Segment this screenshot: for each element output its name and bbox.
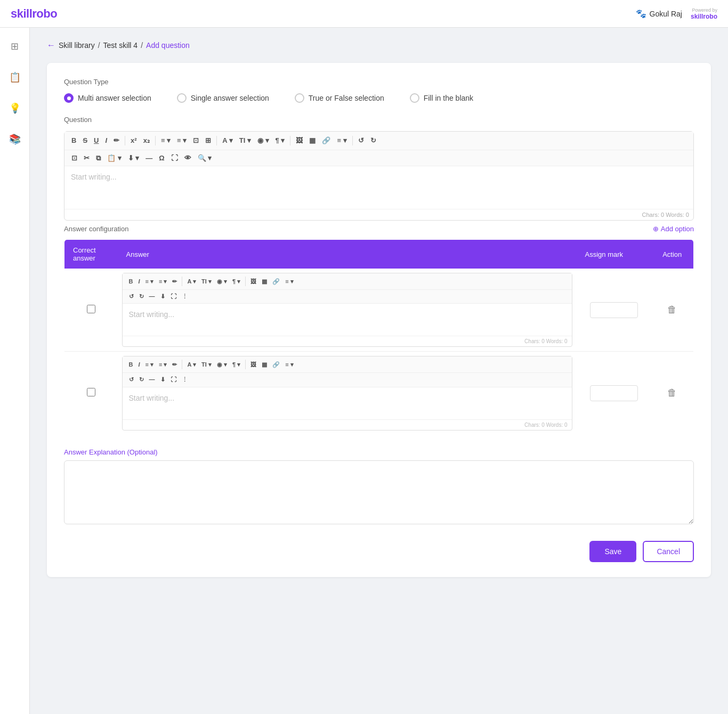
mark-input-1[interactable] [590, 302, 638, 318]
align-1[interactable]: ≡ ▾ [283, 277, 295, 286]
sidebar-item-insights[interactable]: 💡 [5, 98, 25, 118]
add-option-icon: ⊕ [653, 225, 659, 233]
option-true-false[interactable]: True or False selection [295, 93, 384, 103]
more-1[interactable]: ⋮ [180, 292, 190, 301]
delete-button-2[interactable]: 🗑 [665, 385, 679, 401]
bold-button[interactable]: B [69, 135, 79, 147]
expand-button[interactable]: ⛶ [168, 152, 181, 164]
format-2[interactable]: ⬇ [158, 375, 167, 384]
fullscreen-button[interactable]: ⊡ [69, 152, 80, 164]
unordered-2[interactable]: ≡ ▾ [143, 360, 156, 369]
answer-body-1[interactable]: Start writing... [123, 304, 572, 336]
unordered-1[interactable]: ≡ ▾ [143, 277, 156, 286]
breadcrumb-test-skill[interactable]: Test skill 4 [103, 41, 138, 50]
font-1[interactable]: A ▾ [185, 277, 198, 286]
search-button[interactable]: 🔍 ▾ [195, 152, 215, 164]
sidebar-item-library[interactable]: 📋 [5, 67, 25, 87]
copy-button[interactable]: ⧉ [93, 152, 103, 164]
cancel-button[interactable]: Cancel [643, 541, 694, 562]
indent-button[interactable]: ⊞ [203, 135, 214, 147]
correct-answer-checkbox-1[interactable] [87, 305, 95, 313]
delete-button-1[interactable]: 🗑 [665, 302, 679, 318]
underline-button[interactable]: U [91, 135, 101, 147]
breadcrumb-skill-library[interactable]: Skill library [59, 41, 95, 50]
undo-1[interactable]: ↺ [127, 292, 136, 301]
paste-button[interactable]: 📋 ▾ [104, 152, 124, 164]
table-1[interactable]: ▦ [260, 277, 269, 286]
question-editor-body[interactable]: Start writing... [64, 166, 693, 209]
undo-button[interactable]: ↺ [355, 135, 367, 147]
italic-button[interactable]: I [102, 135, 110, 147]
italic-2[interactable]: I [136, 360, 142, 369]
font-2[interactable]: A ▾ [185, 360, 198, 369]
save-button[interactable]: Save [589, 541, 636, 562]
highlight-2[interactable]: ✏ [170, 360, 179, 369]
option-single-answer[interactable]: Single answer selection [177, 93, 269, 103]
font-size-button[interactable]: TI ▾ [237, 135, 254, 147]
format-button[interactable]: ⬇ ▾ [125, 152, 142, 164]
para-2[interactable]: ¶ ▾ [230, 360, 242, 369]
answer-config-header: Answer configuration ⊕ Add option [64, 225, 694, 233]
background-color-button[interactable]: ◉ ▾ [255, 135, 272, 147]
ordered-list-button[interactable]: ≡ ▾ [174, 135, 189, 147]
strikethrough-button[interactable]: S [80, 135, 90, 147]
answer-body-2[interactable]: Start writing... [123, 387, 572, 419]
undo-2[interactable]: ↺ [127, 375, 136, 384]
redo-button[interactable]: ↻ [368, 135, 379, 147]
radio-true-false[interactable] [295, 93, 304, 103]
highlight-button[interactable]: ✏ [111, 135, 122, 147]
link-button[interactable]: 🔗 [319, 135, 333, 147]
image-button[interactable]: 🖼 [293, 135, 305, 147]
dash-1[interactable]: — [147, 292, 157, 301]
dash-button[interactable]: — [143, 152, 155, 164]
correct-answer-checkbox-2[interactable] [87, 388, 95, 396]
unordered-list-button[interactable]: ≡ ▾ [158, 135, 173, 147]
radio-fill-blank[interactable] [410, 93, 419, 103]
redo-1[interactable]: ↻ [137, 292, 146, 301]
table-2[interactable]: ▦ [260, 360, 269, 369]
sidebar-item-dashboard[interactable]: ⊞ [6, 36, 23, 56]
link-2[interactable]: 🔗 [270, 360, 282, 369]
table-button[interactable]: ▦ [306, 135, 318, 147]
special-char-button[interactable]: Ω [156, 152, 167, 164]
bg-2[interactable]: ◉ ▾ [215, 360, 229, 369]
align-button[interactable]: ≡ ▾ [334, 135, 349, 147]
mark-input-2[interactable] [590, 385, 638, 401]
subscript-button[interactable]: x₂ [141, 135, 152, 147]
option-multi-answer[interactable]: Multi answer selection [64, 93, 151, 103]
correct-answer-cell-2 [64, 352, 118, 435]
ordered-1[interactable]: ≡ ▾ [157, 277, 169, 286]
paragraph-button[interactable]: ¶ ▾ [273, 135, 288, 147]
font-color-button[interactable]: A ▾ [220, 135, 236, 147]
add-option-button[interactable]: ⊕ Add option [653, 225, 694, 233]
align-2[interactable]: ≡ ▾ [283, 360, 295, 369]
more-2[interactable]: ⋮ [180, 375, 190, 384]
bold-1[interactable]: B [127, 277, 135, 286]
highlight-1[interactable]: ✏ [170, 277, 179, 286]
preview-button[interactable]: 👁 [182, 152, 194, 164]
radio-multi-answer[interactable] [64, 93, 74, 103]
bg-1[interactable]: ◉ ▾ [215, 277, 229, 286]
fontsize-2[interactable]: TI ▾ [199, 360, 214, 369]
expand-1[interactable]: ⛶ [168, 292, 179, 301]
superscript-button[interactable]: x² [128, 135, 140, 147]
redo-2[interactable]: ↻ [137, 375, 146, 384]
dash-2[interactable]: — [147, 375, 157, 384]
outdent-button[interactable]: ⊡ [190, 135, 201, 147]
link-1[interactable]: 🔗 [270, 277, 282, 286]
expand-2[interactable]: ⛶ [168, 375, 179, 384]
radio-single-answer[interactable] [177, 93, 187, 103]
italic-1[interactable]: I [136, 277, 142, 286]
image-2[interactable]: 🖼 [248, 360, 258, 369]
explanation-textarea[interactable] [64, 460, 694, 524]
image-1[interactable]: 🖼 [248, 277, 258, 286]
breadcrumb-back-button[interactable]: ← [47, 40, 55, 50]
sidebar-item-catalog[interactable]: 📚 [5, 129, 25, 149]
cut-button[interactable]: ✂ [81, 152, 92, 164]
fontsize-1[interactable]: TI ▾ [199, 277, 214, 286]
format-1[interactable]: ⬇ [158, 292, 167, 301]
para-1[interactable]: ¶ ▾ [230, 277, 242, 286]
ordered-2[interactable]: ≡ ▾ [157, 360, 169, 369]
bold-2[interactable]: B [127, 360, 135, 369]
option-fill-blank[interactable]: Fill in the blank [410, 93, 473, 103]
